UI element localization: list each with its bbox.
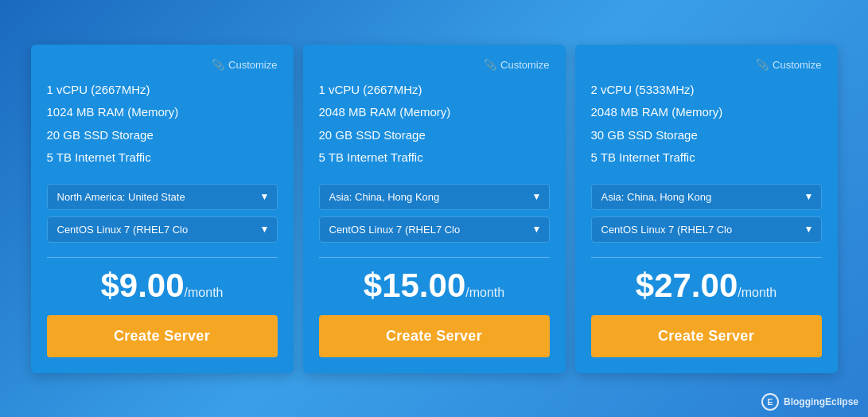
specs-list-2: 1 vCPU (2667MHz)2048 MB RAM (Memory)20 G… [319,79,550,170]
selects-area-3: Asia: China, Hong KongNorth America: Uni… [591,184,822,243]
location-select-1[interactable]: North America: United StateAsia: China, … [47,184,278,210]
divider [47,257,278,258]
price-area-2: $15.00/month [319,269,550,302]
price-period: /month [738,286,777,299]
customize-label: Customize [773,59,821,71]
os-select-2[interactable]: CentOS Linux 7 (RHEL7 CloUbuntu 18.04Deb… [319,216,550,243]
price-period: /month [185,286,224,299]
customize-link-1[interactable]: 📎Customize [47,59,278,71]
create-server-button-1[interactable]: Create Server [47,315,278,357]
watermark: E BloggingEclipse [761,393,858,411]
spec-item: 1 vCPU (2667MHz) [319,79,550,102]
customize-link-3[interactable]: 📎Customize [591,59,822,71]
clip-icon: 📎 [212,59,224,71]
divider [591,257,822,258]
customize-label: Customize [500,59,549,71]
watermark-icon: E [761,393,779,411]
price-period: /month [465,286,504,299]
selects-area-1: North America: United StateAsia: China, … [47,184,278,243]
spec-item: 1024 MB RAM (Memory) [47,101,278,124]
pricing-card-3: 📎Customize2 vCPU (5333MHz)2048 MB RAM (M… [575,45,838,373]
pricing-card-2: 📎Customize1 vCPU (2667MHz)2048 MB RAM (M… [303,45,566,373]
os-select-wrapper-3: CentOS Linux 7 (RHEL7 CloUbuntu 18.04Deb… [591,216,822,243]
os-select-wrapper-1: CentOS Linux 7 (RHEL7 CloUbuntu 18.04Deb… [47,216,278,243]
pricing-card-1: 📎Customize1 vCPU (2667MHz)1024 MB RAM (M… [31,45,294,373]
customize-link-2[interactable]: 📎Customize [319,59,550,71]
os-select-3[interactable]: CentOS Linux 7 (RHEL7 CloUbuntu 18.04Deb… [591,216,822,243]
specs-list-1: 1 vCPU (2667MHz)1024 MB RAM (Memory)20 G… [47,79,278,170]
price-area-1: $9.00/month [47,269,278,302]
selects-area-2: Asia: China, Hong KongNorth America: Uni… [319,184,550,243]
spec-item: 2 vCPU (5333MHz) [591,79,822,102]
spec-item: 20 GB SSD Storage [47,124,278,147]
location-select-wrapper-2: Asia: China, Hong KongNorth America: Uni… [319,184,550,210]
price-main: $9.00 [100,267,184,304]
spec-item: 5 TB Internet Traffic [47,146,278,170]
spec-item: 5 TB Internet Traffic [591,146,822,170]
spec-item: 2048 MB RAM (Memory) [591,101,822,124]
specs-list-3: 2 vCPU (5333MHz)2048 MB RAM (Memory)30 G… [591,79,822,170]
spec-item: 1 vCPU (2667MHz) [47,79,278,102]
location-select-3[interactable]: Asia: China, Hong KongNorth America: Uni… [591,184,822,210]
divider [319,257,550,258]
location-select-2[interactable]: Asia: China, Hong KongNorth America: Uni… [319,184,550,210]
price-main: $27.00 [636,267,738,304]
spec-item: 5 TB Internet Traffic [319,146,550,170]
clip-icon: 📎 [756,59,769,71]
price-main: $15.00 [364,267,465,304]
pricing-cards-container: 📎Customize1 vCPU (2667MHz)1024 MB RAM (M… [0,29,868,389]
location-select-wrapper-3: Asia: China, Hong KongNorth America: Uni… [591,184,822,210]
create-server-button-3[interactable]: Create Server [591,315,822,357]
clip-icon: 📎 [484,59,496,71]
create-server-button-2[interactable]: Create Server [319,315,550,357]
spec-item: 30 GB SSD Storage [591,124,822,147]
spec-item: 20 GB SSD Storage [319,124,550,147]
customize-label: Customize [228,59,277,71]
watermark-text: BloggingEclipse [784,396,858,407]
os-select-1[interactable]: CentOS Linux 7 (RHEL7 CloUbuntu 18.04Deb… [47,216,278,243]
price-area-3: $27.00/month [591,269,822,302]
spec-item: 2048 MB RAM (Memory) [319,101,550,124]
os-select-wrapper-2: CentOS Linux 7 (RHEL7 CloUbuntu 18.04Deb… [319,216,550,243]
location-select-wrapper-1: North America: United StateAsia: China, … [47,184,278,210]
